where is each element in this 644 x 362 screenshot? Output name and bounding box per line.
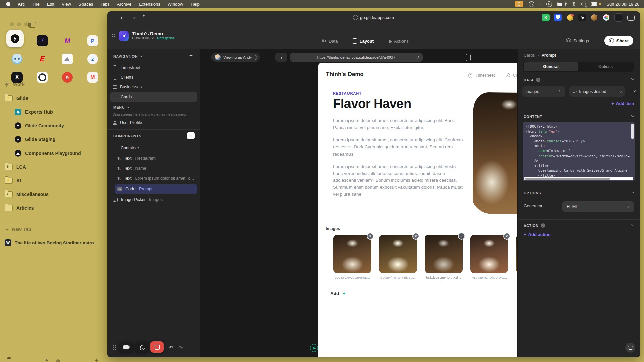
menu-bar-clock[interactable]: Sun 28 Jul 19.26	[606, 2, 639, 7]
sidebar-add-button[interactable]: +	[95, 357, 99, 362]
component-code-prompt[interactable]: <> CodePrompt	[115, 184, 197, 194]
workspace-badge-9[interactable]: 9	[60, 70, 75, 85]
phone-preview-icon[interactable]	[466, 54, 471, 61]
open-external-icon[interactable]: ↗	[417, 55, 420, 60]
workspace-shark[interactable]	[60, 51, 75, 67]
code-vertical-scrollbar[interactable]	[631, 124, 634, 139]
glide-app-icon[interactable]	[119, 31, 129, 41]
workspace-bot[interactable]	[9, 51, 25, 67]
menu-archive[interactable]: Archive	[117, 2, 131, 7]
reload-button[interactable]	[144, 15, 144, 21]
sidebar-folder-glide[interactable]: ⚡ Glide	[5, 93, 28, 103]
component-text-restaurant[interactable]: Tt TextRestaurant	[115, 154, 197, 163]
add-component-button[interactable]: +	[187, 132, 195, 139]
chevron-down-icon[interactable]	[631, 77, 635, 80]
back-button[interactable]: ‹	[121, 14, 123, 21]
remove-image-button[interactable]: ×	[412, 233, 419, 240]
image-thumbnail[interactable]: × EUUBvfmgTIprYBjyYQ...	[379, 235, 417, 273]
color-wheel-extension-icon[interactable]	[602, 14, 610, 21]
sidebar-folder-lca[interactable]: ✱ LCA	[5, 162, 26, 172]
battery-icon[interactable]	[557, 2, 566, 6]
breadcrumb-parent[interactable]: Cards	[524, 53, 535, 58]
wifi-icon[interactable]	[571, 2, 576, 6]
toggles-extension-icon[interactable]	[614, 13, 623, 22]
app-switcher-grid-icon[interactable]	[111, 34, 116, 38]
spotlight-icon[interactable]	[581, 2, 586, 6]
menu-help[interactable]: Help	[191, 2, 200, 7]
apple-menu-icon[interactable]	[6, 2, 10, 6]
window-traffic-lights[interactable]	[10, 22, 28, 26]
viewing-as-selector[interactable]: Viewing as Andy	[211, 53, 260, 62]
action-section-header[interactable]: ACTIONi	[524, 223, 545, 228]
workspace-framer[interactable]: M	[60, 33, 75, 48]
menu-file[interactable]: File	[33, 2, 40, 7]
workspace-zalo[interactable]: Z	[85, 51, 100, 67]
sidebar-folder-articles[interactable]: Articles	[5, 203, 34, 213]
status-dot-icon[interactable]	[56, 359, 60, 362]
sidebar-folder-ai[interactable]: ⚡ AI	[5, 176, 21, 186]
k-extension-icon[interactable]: K	[542, 14, 550, 21]
sidebar-folder-miscellaneous[interactable]: ● Miscellaneous	[5, 189, 49, 199]
app-tab-timesheet[interactable]: Timesheet	[468, 73, 495, 78]
component-container[interactable]: Container	[110, 143, 197, 153]
component-image-picker[interactable]: Image PickerImages	[110, 195, 197, 204]
workspace-chatgpt[interactable]	[35, 70, 50, 85]
preview-back-button[interactable]: ‹	[275, 53, 287, 62]
active-microphone-indicator[interactable]	[515, 1, 523, 7]
kebab-menu-icon[interactable]: ⋮	[558, 89, 562, 94]
content-section-header[interactable]: CONTENT	[524, 115, 542, 119]
tab-options[interactable]: Options	[578, 62, 633, 71]
sidebar-toggle-icon[interactable]	[28, 22, 36, 28]
menu-extensions[interactable]: Extensions	[139, 2, 160, 7]
menu-tabs[interactable]: Tabs	[100, 2, 109, 7]
add-screen-button[interactable]: +	[189, 52, 193, 59]
moon-extension-icon[interactable]	[566, 14, 574, 21]
menu-view[interactable]: View	[62, 2, 71, 7]
image-thumbnail[interactable]: × gLCEY2wv9uVaRBteD...	[333, 235, 371, 273]
add-image-button[interactable]: Add+	[330, 290, 346, 296]
chevron-down-icon[interactable]	[631, 190, 635, 194]
tab-layout[interactable]: Layout	[353, 38, 374, 44]
tab-actions[interactable]: Actions	[388, 39, 409, 44]
settings-button[interactable]: Settings	[566, 38, 589, 43]
preview-url-bar[interactable]: https://thinhs-demo-yoau.glide.page/dl/a…	[290, 53, 423, 62]
add-item-button[interactable]: +Add item	[611, 101, 634, 106]
generator-select[interactable]: HTML	[562, 201, 634, 212]
workspace-glide[interactable]	[6, 30, 24, 47]
workspace-slash-app[interactable]: /	[35, 33, 50, 48]
chevron-down-icon[interactable]	[631, 223, 635, 226]
workspace-gmail[interactable]: M	[85, 70, 100, 85]
data-binding-select[interactable]: ≡• Images Joined	[569, 86, 625, 97]
forward-button[interactable]: ›	[133, 14, 135, 21]
cursor-extension-icon[interactable]	[578, 14, 586, 21]
chevron-down-icon[interactable]	[631, 114, 635, 117]
sidebar-tab-components-playground[interactable]: Components Playground	[15, 148, 81, 158]
image-thumbnail[interactable]: × MKAMpkJ2FUhoUrWO...	[470, 235, 508, 273]
boost-icon[interactable]	[45, 358, 49, 362]
code-horizontal-scrollbar[interactable]	[524, 177, 633, 180]
menu-spaces[interactable]: Spaces	[78, 2, 93, 7]
chevron-left-icon[interactable]: ‹	[540, 2, 541, 6]
new-tab-button[interactable]: + New Tab	[5, 226, 31, 233]
camera-button[interactable]	[119, 341, 133, 353]
remove-image-button[interactable]: ×	[503, 233, 511, 240]
screen-item-cards[interactable]: Cards	[110, 92, 197, 102]
archive-hat-icon[interactable]	[6, 359, 12, 362]
play-menu-icon[interactable]: ▶	[546, 1, 552, 7]
sidebar-tab-experts-hub[interactable]: Experts Hub	[15, 107, 53, 117]
remove-image-button[interactable]: ×	[367, 233, 374, 240]
shottr-menu-icon[interactable]: S	[529, 1, 534, 7]
control-center-icon[interactable]	[591, 2, 597, 6]
sidebar-tab-glide-staging[interactable]: Glide Staging	[15, 134, 55, 144]
component-text-name[interactable]: Tt TextName	[115, 164, 197, 173]
screen-item-clients[interactable]: Clients	[110, 73, 197, 82]
split-view-icon[interactable]	[627, 15, 635, 21]
menu-section-header[interactable]: MENU	[113, 105, 129, 109]
menu-arc[interactable]: Arc	[18, 2, 25, 7]
open-tab-boeing-article[interactable]: W The life of two Boeing Starliner astro…	[5, 239, 101, 246]
toolbar-drag-handle[interactable]	[113, 345, 116, 350]
chat-bubble-button[interactable]	[625, 343, 635, 353]
workspace-espn[interactable]: E	[35, 51, 50, 67]
workspace-p-app[interactable]: P	[85, 33, 100, 48]
remove-image-button[interactable]: ×	[458, 233, 465, 240]
